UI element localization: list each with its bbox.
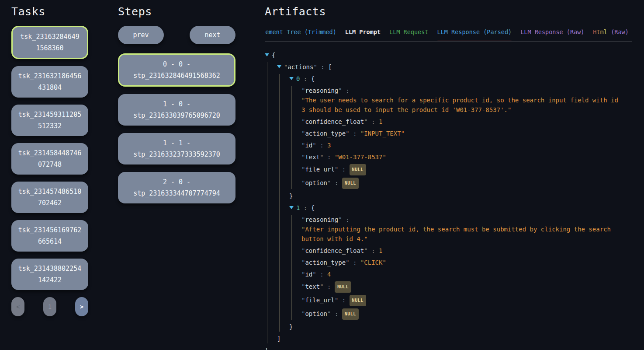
tab-element-tree-trimmed[interactable]: Element Tree (Trimmed)	[265, 28, 336, 41]
json-key: confidence_float	[305, 247, 364, 254]
json-number-value: 1	[379, 247, 382, 254]
json-key: file_url	[305, 166, 334, 173]
json-node-row: 0 : {	[289, 74, 632, 84]
task-button[interactable]: tsk_231457486510702462	[11, 182, 88, 213]
step-button[interactable]: 1 - 0 - stp_231633039765096720	[118, 94, 235, 126]
pagination-prev-button: <	[11, 297, 24, 316]
json-closing-bracket: ]	[277, 334, 632, 343]
json-key: option	[305, 310, 327, 317]
json-field: "action_type" : "INPUT_TEXT"	[301, 129, 632, 138]
json-closing-bracket: }	[289, 191, 632, 201]
json-string-value: "CLICK"	[360, 259, 386, 266]
tab-llm-response-raw[interactable]: LLM Response (Raw)	[520, 28, 584, 41]
artifact-tabs-bar: Element Tree (Trimmed)LLM PromptLLM Requ…	[265, 28, 632, 42]
json-closing-bracket: }	[265, 346, 632, 350]
json-string-value: "After inputting the product id, the sea…	[301, 224, 620, 244]
json-children: 0 : {"reasoning" :"The user needs to sea…	[279, 74, 632, 332]
json-key: text	[305, 283, 320, 290]
json-field: "option" : NULL	[301, 178, 632, 189]
task-button[interactable]: tsk_231438802254142422	[11, 259, 88, 290]
json-field: "text" : "W01-377-8537"	[301, 152, 632, 162]
task-button[interactable]: tsk_231632846491568360	[11, 26, 88, 59]
prev-step-button[interactable]: prev	[118, 26, 164, 44]
steps-panel: Steps prev next 0 - 0 - stp_231632846491…	[118, 5, 235, 350]
json-field: "action_type" : "CLICK"	[301, 258, 632, 267]
json-key: reasoning	[305, 216, 338, 223]
steps-title: Steps	[118, 5, 235, 18]
step-button[interactable]: 1 - 1 - stp_231633237333592370	[118, 133, 235, 164]
json-node: 1 : {"reasoning" :"After inputting the p…	[289, 203, 632, 332]
collapse-toggle-icon[interactable]	[277, 65, 281, 68]
steps-prevnext-row: prev next	[118, 26, 235, 44]
task-button[interactable]: tsk_231456169762665614	[11, 220, 88, 252]
step-button[interactable]: 0 - 0 - stp_231632846491568362	[118, 53, 235, 87]
json-key: reasoning	[305, 87, 338, 94]
json-children: "reasoning" :"The user needs to search f…	[291, 86, 632, 189]
json-node-row: {	[265, 50, 632, 60]
json-string-value: "W01-377-8537"	[335, 154, 386, 161]
json-field: "file_url" : NULL	[301, 164, 632, 175]
artifacts-title: Artifacts	[265, 5, 632, 18]
null-badge: NULL	[342, 178, 359, 189]
json-key: text	[305, 154, 320, 161]
json-field: "file_url" : NULL	[301, 295, 632, 306]
json-key: id	[305, 271, 312, 278]
tab-html-raw[interactable]: Html (Raw)	[593, 28, 629, 41]
task-button[interactable]: tsk_231458448746072748	[11, 143, 88, 175]
json-field: "reasoning" :"After inputting the produc…	[301, 215, 632, 244]
null-badge: NULL	[350, 164, 366, 175]
next-step-button[interactable]: next	[190, 26, 235, 44]
tasks-list: tsk_231632846491568360tsk_23163218645643…	[11, 26, 88, 290]
tasks-pagination: <1>	[11, 297, 88, 316]
json-field: "text" : NULL	[301, 281, 632, 293]
tab-llm-request[interactable]: LLM Request	[389, 28, 428, 41]
task-button[interactable]: tsk_231459311205512332	[11, 105, 88, 136]
json-field: "confidence_float" : 1	[301, 246, 632, 256]
json-field: "option" : NULL	[301, 308, 632, 320]
step-button[interactable]: 2 - 0 - stp_231633344707774794	[118, 172, 235, 203]
json-key: file_url	[305, 297, 334, 304]
json-node-row: "actions" : [	[277, 62, 632, 72]
null-badge: NULL	[342, 308, 359, 320]
json-node: {"actions" : [0 : {"reasoning" :"The use…	[265, 50, 632, 350]
json-node-row: 1 : {	[289, 203, 632, 213]
tab-llm-prompt[interactable]: LLM Prompt	[345, 28, 381, 41]
json-number-value: 4	[327, 271, 331, 278]
task-button[interactable]: tsk_231632186456431804	[11, 66, 88, 98]
json-key: action_type	[305, 130, 346, 137]
json-key: confidence_float	[305, 118, 364, 125]
json-key: id	[305, 142, 312, 149]
null-badge: NULL	[350, 295, 366, 306]
json-field: "id" : 4	[301, 270, 632, 279]
collapse-toggle-icon[interactable]	[289, 77, 294, 80]
json-key: option	[305, 179, 327, 186]
null-badge: NULL	[335, 281, 351, 293]
pagination-next-button[interactable]: >	[75, 297, 88, 316]
json-node: "actions" : [0 : {"reasoning" :"The user…	[277, 62, 632, 343]
tab-llm-response-parsed[interactable]: LLM Response (Parsed)	[437, 28, 512, 41]
json-children: "reasoning" :"After inputting the produc…	[291, 215, 632, 320]
json-field: "id" : 3	[301, 140, 632, 150]
json-field: "confidence_float" : 1	[301, 117, 632, 126]
tasks-title: Tasks	[11, 5, 88, 18]
json-key: actions	[287, 63, 313, 70]
tasks-panel: Tasks tsk_231632846491568360tsk_23163218…	[11, 5, 88, 350]
json-field: "reasoning" :"The user needs to search f…	[301, 86, 632, 115]
json-key: action_type	[305, 259, 346, 266]
steps-list: 0 - 0 - stp_2316328464915683621 - 0 - st…	[118, 53, 235, 203]
json-closing-bracket: }	[289, 322, 632, 332]
json-string-value: "The user needs to search for a specific…	[301, 95, 620, 115]
json-string-value: "INPUT_TEXT"	[360, 130, 405, 137]
collapse-toggle-icon[interactable]	[265, 53, 269, 56]
json-tree-viewer: {"actions" : [0 : {"reasoning" :"The use…	[265, 50, 632, 350]
json-children: "actions" : [0 : {"reasoning" :"The user…	[267, 62, 632, 343]
collapse-toggle-icon[interactable]	[289, 206, 294, 209]
artifacts-panel: Artifacts Element Tree (Trimmed)LLM Prom…	[265, 5, 644, 350]
pagination-page-1: 1	[43, 297, 56, 316]
json-number-value: 3	[327, 142, 331, 149]
json-node: 0 : {"reasoning" :"The user needs to sea…	[289, 74, 632, 201]
json-number-value: 1	[379, 118, 382, 125]
